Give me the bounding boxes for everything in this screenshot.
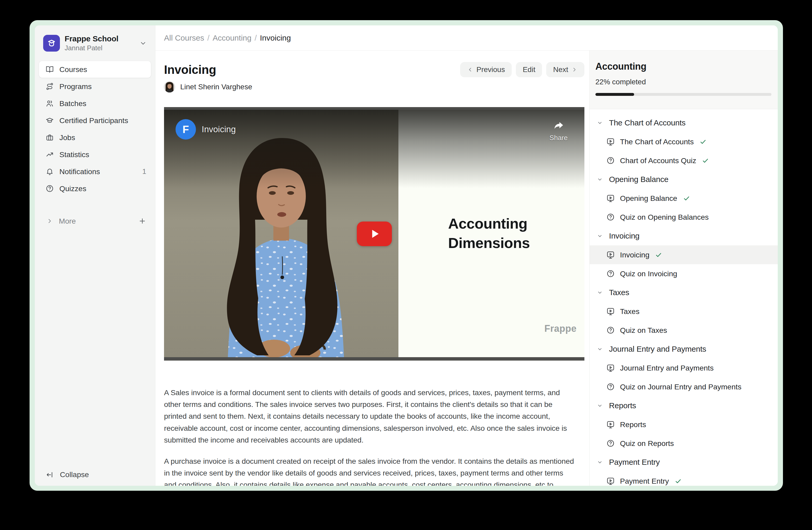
bell-icon <box>46 168 54 176</box>
share-button[interactable]: Share <box>550 120 568 142</box>
collapse-label: Collapse <box>60 470 89 479</box>
main-column: All Courses / Accounting / Invoicing Inv… <box>155 25 589 486</box>
channel-avatar[interactable]: F <box>175 119 196 140</box>
video-lesson-icon <box>606 307 615 316</box>
course-progress-header: Accounting 22% completed <box>590 51 778 109</box>
book-open-icon <box>46 66 54 73</box>
outline-lesson[interactable]: Taxes <box>590 302 778 321</box>
sidebar-item-label: Programs <box>59 82 92 91</box>
frappe-watermark: Frappe <box>545 323 577 334</box>
video-lesson-icon <box>606 420 615 429</box>
edit-button[interactable]: Edit <box>516 62 542 77</box>
course-progress-bar <box>595 93 771 96</box>
course-progress-fill <box>595 93 634 96</box>
outline-lesson[interactable]: Reports <box>590 415 778 434</box>
sidebar-more-label: More <box>59 217 76 225</box>
sidebar-item-certified-participants[interactable]: Certified Participants <box>39 112 151 129</box>
breadcrumb-accounting[interactable]: Accounting <box>213 33 251 42</box>
author-name: Linet Sherin Varghese <box>180 83 252 91</box>
outline-lesson[interactable]: Quiz on Taxes <box>590 321 778 340</box>
sidebar-item-programs[interactable]: Programs <box>39 78 151 95</box>
sidebar-item-label: Quizzes <box>59 184 86 193</box>
chevron-right-icon <box>46 218 53 224</box>
help-circle-icon <box>46 185 54 193</box>
sidebar-item-notifications[interactable]: Notifications 1 <box>39 163 151 180</box>
screenshot-stage: Frappe School Jannat Patel Courses Progr… <box>0 0 812 530</box>
check-icon <box>699 138 707 145</box>
chapter-payment-entry[interactable]: Payment Entry <box>590 453 778 472</box>
sidebar-item-statistics[interactable]: Statistics <box>39 146 151 163</box>
page-title: Invoicing <box>164 62 216 77</box>
sidebar-item-jobs[interactable]: Jobs <box>39 129 151 146</box>
play-button[interactable] <box>357 222 392 246</box>
author-avatar-image <box>164 81 175 93</box>
chapter-reports[interactable]: Reports <box>590 396 778 415</box>
check-icon <box>675 478 682 485</box>
chapter-the-chart-of-accounts[interactable]: The Chart of Accounts <box>590 113 778 132</box>
breadcrumb-bar: All Courses / Accounting / Invoicing <box>155 25 589 51</box>
breadcrumb-separator: / <box>255 33 257 42</box>
breadcrumb-current: Invoicing <box>260 33 291 42</box>
plus-icon[interactable] <box>139 217 146 225</box>
course-outline: The Chart of Accounts The Chart of Accou… <box>590 109 778 486</box>
outline-lesson[interactable]: Journal Entry and Payments <box>590 359 778 377</box>
sidebar-item-label: Courses <box>59 65 87 74</box>
sidebar-item-more[interactable]: More <box>39 213 151 229</box>
outline-lesson[interactable]: Quiz on Invoicing <box>590 264 778 283</box>
lesson-title-row: Invoicing Previous Edit Next <box>164 62 584 77</box>
outline-lesson[interactable]: The Chart of Accounts <box>590 132 778 151</box>
slide-title: Accounting Dimensions <box>448 214 530 253</box>
chevron-down-icon <box>597 233 603 239</box>
breadcrumb: All Courses / Accounting / Invoicing <box>164 33 291 42</box>
left-sidebar: Frappe School Jannat Patel Courses Progr… <box>35 25 155 486</box>
sidebar-item-label: Notifications <box>59 167 100 176</box>
workspace-title: Frappe School <box>64 34 135 43</box>
lesson-content: Invoicing Previous Edit Next <box>155 51 589 486</box>
chevron-down-icon <box>140 40 147 47</box>
chevron-down-icon <box>597 120 603 126</box>
quiz-icon <box>606 439 615 447</box>
play-icon <box>367 226 382 241</box>
quiz-icon <box>606 213 615 221</box>
course-title: Accounting <box>595 61 771 72</box>
quiz-icon <box>606 326 615 334</box>
video-slide-region: Accounting Dimensions Frappe <box>398 110 584 357</box>
chapter-journal-entry-and-payments[interactable]: Journal Entry and Payments <box>590 340 778 359</box>
chapter-invoicing[interactable]: Invoicing <box>590 226 778 245</box>
sidebar-item-batches[interactable]: Batches <box>39 95 151 112</box>
outline-lesson[interactable]: Chart of Accounts Quiz <box>590 151 778 170</box>
outline-lesson[interactable]: Quiz on Reports <box>590 434 778 453</box>
chevron-down-icon <box>597 346 603 352</box>
paragraph: A purchase invoice is a document created… <box>164 455 577 486</box>
check-icon <box>683 195 690 202</box>
workspace-switcher[interactable]: Frappe School Jannat Patel <box>39 32 151 54</box>
outline-lesson[interactable]: Payment Entry <box>590 472 778 486</box>
course-outline-panel: Accounting 22% completed The Chart of Ac… <box>589 25 778 486</box>
lesson-toolbar: Previous Edit Next <box>460 62 584 77</box>
check-icon <box>655 251 662 259</box>
breadcrumb-separator: / <box>207 33 209 42</box>
briefcase-icon <box>46 134 54 141</box>
chapter-taxes[interactable]: Taxes <box>590 283 778 302</box>
chapter-opening-balance[interactable]: Opening Balance <box>590 170 778 189</box>
sidebar-item-quizzes[interactable]: Quizzes <box>39 180 151 197</box>
outline-lesson[interactable]: Quiz on Opening Balances <box>590 208 778 226</box>
outline-lesson[interactable]: Opening Balance <box>590 189 778 208</box>
chevron-down-icon <box>597 403 603 408</box>
sidebar-collapse-button[interactable]: Collapse <box>46 470 89 479</box>
next-button[interactable]: Next <box>546 62 584 77</box>
graduation-cap-icon <box>46 116 54 124</box>
youtube-video-player[interactable]: Accounting Dimensions Frappe F Invoicing <box>164 107 584 361</box>
graduation-cap-icon <box>46 38 57 49</box>
previous-button[interactable]: Previous <box>460 62 512 77</box>
video-title[interactable]: Invoicing <box>202 124 236 134</box>
video-lesson-icon <box>606 138 615 146</box>
outline-lesson-active[interactable]: Invoicing <box>590 245 778 264</box>
outline-lesson[interactable]: Quiz on Journal Entry and Payments <box>590 377 778 396</box>
sidebar-item-label: Batches <box>59 99 86 108</box>
sidebar-item-courses[interactable]: Courses <box>39 61 151 78</box>
frappe-school-logo <box>43 35 60 52</box>
breadcrumb-all-courses[interactable]: All Courses <box>164 33 204 42</box>
lesson-body-text: A Sales invoice is a formal document sen… <box>164 387 577 486</box>
video-lesson-icon <box>606 194 615 203</box>
